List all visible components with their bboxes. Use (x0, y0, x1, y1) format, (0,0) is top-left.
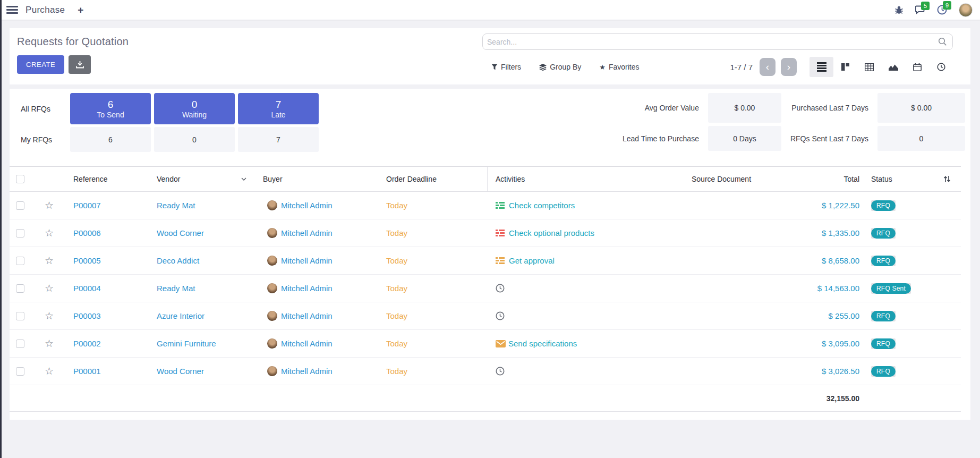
calendar-view-button[interactable] (905, 57, 929, 77)
status-cell: RFQ (865, 200, 928, 211)
search-icon[interactable] (938, 37, 947, 46)
activity-cell[interactable]: Send specifications (488, 339, 663, 348)
table-row[interactable]: ☆ P00007 Ready Mat Mitchell Admin Today … (10, 192, 961, 219)
optional-columns-button[interactable] (928, 175, 961, 183)
search-bar[interactable] (482, 33, 953, 50)
status-badge: RFQ (871, 200, 896, 211)
header-buyer[interactable]: Buyer (254, 175, 376, 183)
favorite-star-icon[interactable]: ☆ (45, 338, 54, 349)
reference-cell: P00005 (68, 256, 153, 265)
favorite-star-icon[interactable]: ☆ (45, 256, 54, 266)
favorites-star-icon: ★ (599, 63, 606, 71)
kpi-late[interactable]: 7 Late (238, 93, 319, 124)
lead-time-value: 0 Days (708, 126, 781, 151)
filters-button[interactable]: Filters (491, 63, 521, 71)
kanban-view-button[interactable] (833, 57, 857, 77)
row-checkbox[interactable] (16, 340, 24, 348)
avg-order-value: $ 0.00 (708, 93, 781, 123)
total-cell: $ 14,563.00 (780, 284, 865, 293)
status-badge: RFQ (871, 228, 896, 239)
sort-caret-icon (241, 177, 246, 181)
header-status[interactable]: Status (865, 175, 928, 183)
row-checkbox[interactable] (16, 229, 24, 238)
activity-view-button[interactable] (929, 57, 953, 77)
header-deadline[interactable]: Order Deadline (376, 167, 488, 191)
activity-cell[interactable] (488, 367, 663, 376)
header-reference[interactable]: Reference (68, 175, 153, 183)
pager-previous-button[interactable]: ‹ (760, 58, 776, 76)
activity-cell[interactable] (488, 311, 663, 320)
vendor-cell: Gemini Furniture (153, 339, 254, 348)
status-cell: RFQ (865, 366, 928, 377)
table-header-row: Reference Vendor Buyer Order Deadline Ac… (10, 167, 961, 192)
header-source-document[interactable]: Source Document (663, 175, 780, 183)
messages-count-badge: 5 (921, 2, 930, 10)
vendor-cell: Wood Corner (153, 367, 254, 376)
select-all-checkbox[interactable] (16, 175, 24, 183)
favorite-star-icon[interactable]: ☆ (45, 311, 54, 321)
table-footer-row: 32,155.00 (10, 385, 961, 412)
favorite-star-icon[interactable]: ☆ (45, 366, 54, 376)
graph-view-button[interactable] (881, 57, 905, 77)
create-button[interactable]: CREATE (17, 55, 64, 74)
favorite-star-icon[interactable]: ☆ (45, 283, 54, 293)
table-row[interactable]: ☆ P00005 Deco Addict Mitchell Admin Toda… (10, 247, 961, 275)
total-cell: $ 1,335.00 (780, 228, 865, 238)
header-activities[interactable]: Activities (488, 175, 663, 183)
messages-icon[interactable]: 5 (915, 5, 925, 14)
header-vendor[interactable]: Vendor (153, 175, 254, 183)
table-row[interactable]: ☆ P00006 Wood Corner Mitchell Admin Toda… (10, 219, 961, 247)
activities-clock-icon[interactable]: 9 (937, 5, 947, 15)
tasks-icon (496, 257, 505, 264)
buyer-avatar (267, 200, 277, 210)
buyer-avatar (267, 283, 277, 293)
export-button[interactable] (69, 55, 91, 74)
deadline-cell: Today (376, 284, 488, 293)
kpi-waiting[interactable]: 0 Waiting (154, 93, 235, 124)
row-checkbox[interactable] (16, 201, 24, 210)
window-left-edge (0, 0, 2, 458)
new-tab-button[interactable]: + (78, 4, 83, 16)
row-checkbox[interactable] (16, 312, 24, 320)
status-badge: RFQ (871, 366, 896, 377)
main-content: All RFQs 6 To Send 0 Waiting 7 Late My R… (10, 89, 970, 420)
list-view-button[interactable] (809, 57, 833, 77)
favorites-button[interactable]: ★ Favorites (599, 63, 639, 71)
my-to-send[interactable]: 6 (70, 127, 151, 152)
search-input[interactable] (487, 38, 938, 46)
row-checkbox[interactable] (16, 367, 24, 376)
total-cell: $ 1,222.50 (780, 201, 865, 210)
my-waiting[interactable]: 0 (154, 127, 235, 152)
user-avatar[interactable] (959, 3, 973, 17)
graph-icon (889, 64, 898, 71)
all-rfqs-label: All RFQs (15, 93, 67, 124)
favorite-star-icon[interactable]: ☆ (45, 228, 54, 238)
row-checkbox[interactable] (16, 284, 24, 293)
kanban-icon (841, 63, 849, 71)
header-total[interactable]: Total (780, 175, 865, 183)
activity-cell[interactable] (488, 284, 663, 293)
pivot-view-button[interactable] (857, 57, 881, 77)
kpi-to-send[interactable]: 6 To Send (70, 93, 151, 124)
buyer-avatar (267, 338, 277, 349)
envelope-icon (496, 340, 506, 347)
app-title[interactable]: Purchase (25, 5, 65, 15)
favorite-star-icon[interactable]: ☆ (45, 200, 54, 210)
debug-bug-icon[interactable] (894, 6, 904, 14)
activity-cell[interactable]: Check competitors (488, 201, 663, 210)
table-row[interactable]: ☆ P00002 Gemini Furniture Mitchell Admin… (10, 330, 961, 358)
table-row[interactable]: ☆ P00001 Wood Corner Mitchell Admin Toda… (10, 358, 961, 385)
table-row[interactable]: ☆ P00004 Ready Mat Mitchell Admin Today … (10, 275, 961, 302)
my-late[interactable]: 7 (238, 127, 319, 152)
group-by-button[interactable]: Group By (539, 63, 581, 71)
row-checkbox[interactable] (16, 257, 24, 265)
pager-next-button[interactable]: › (781, 58, 797, 76)
apps-menu-icon[interactable] (6, 4, 18, 15)
status-cell: RFQ (865, 228, 928, 239)
reference-cell: P00001 (68, 367, 153, 376)
reference-cell: P00006 (68, 228, 153, 238)
deadline-cell: Today (376, 228, 488, 238)
activity-cell[interactable]: Get approval (488, 256, 663, 265)
table-row[interactable]: ☆ P00003 Azure Interior Mitchell Admin T… (10, 302, 961, 330)
activity-cell[interactable]: Check optional products (488, 228, 663, 238)
